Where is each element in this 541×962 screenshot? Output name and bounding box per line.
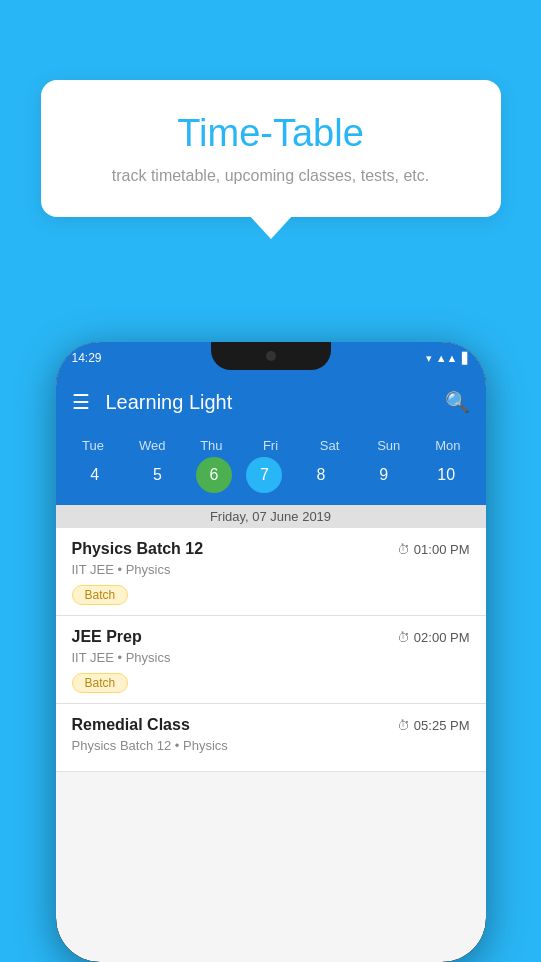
hamburger-icon[interactable]: ☰ (72, 390, 90, 414)
day-headers: Tue Wed Thu Fri Sat Sun Mon (56, 438, 486, 453)
batch-badge-1: Batch (72, 585, 129, 605)
battery-icon: ▋ (462, 352, 470, 365)
day-9[interactable]: 9 (360, 457, 408, 493)
schedule-item-3-header: Remedial Class ⏱ 05:25 PM (72, 716, 470, 734)
day-label-sun: Sun (365, 438, 413, 453)
class-name-1: Physics Batch 12 (72, 540, 204, 558)
signal-icon: ▲▲ (436, 352, 458, 364)
app-title: Learning Light (106, 391, 233, 414)
phone-frame: 14:29 ▾ ▲▲ ▋ ☰ Learning Light 🔍 Tue (56, 342, 486, 962)
calendar-strip: Tue Wed Thu Fri Sat Sun Mon 4 5 6 7 8 9 … (56, 430, 486, 505)
clock-icon-3: ⏱ (397, 718, 410, 733)
class-name-2: JEE Prep (72, 628, 142, 646)
phone-wrapper: 14:29 ▾ ▲▲ ▋ ☰ Learning Light 🔍 Tue (56, 342, 486, 962)
day-label-sat: Sat (306, 438, 354, 453)
schedule-item-2-header: JEE Prep ⏱ 02:00 PM (72, 628, 470, 646)
phone-notch (211, 342, 331, 370)
schedule-item-1-header: Physics Batch 12 ⏱ 01:00 PM (72, 540, 470, 558)
class-info-2: IIT JEE • Physics (72, 650, 470, 665)
class-time-2: ⏱ 02:00 PM (397, 630, 470, 645)
day-6-today[interactable]: 6 (196, 457, 232, 493)
phone-content: 14:29 ▾ ▲▲ ▋ ☰ Learning Light 🔍 Tue (56, 342, 486, 962)
day-numbers: 4 5 6 7 8 9 10 (56, 453, 486, 501)
schedule-list: Physics Batch 12 ⏱ 01:00 PM IIT JEE • Ph… (56, 528, 486, 772)
app-bar: ☰ Learning Light 🔍 (56, 374, 486, 430)
status-icons: ▾ ▲▲ ▋ (426, 352, 470, 365)
camera-dot (266, 351, 276, 361)
date-label-bar: Friday, 07 June 2019 (56, 505, 486, 528)
day-label-thu: Thu (187, 438, 235, 453)
top-section: Time-Table track timetable, upcoming cla… (0, 0, 541, 217)
day-5[interactable]: 5 (133, 457, 181, 493)
day-8[interactable]: 8 (297, 457, 345, 493)
tooltip-title: Time-Table (89, 112, 453, 155)
app-bar-left: ☰ Learning Light (72, 390, 233, 414)
day-4[interactable]: 4 (71, 457, 119, 493)
class-time-1: ⏱ 01:00 PM (397, 542, 470, 557)
day-10[interactable]: 10 (422, 457, 470, 493)
wifi-icon: ▾ (426, 352, 432, 365)
day-label-tue: Tue (69, 438, 117, 453)
day-label-fri: Fri (246, 438, 294, 453)
day-label-wed: Wed (128, 438, 176, 453)
day-label-mon: Mon (424, 438, 472, 453)
tooltip-subtitle: track timetable, upcoming classes, tests… (89, 167, 453, 185)
batch-badge-2: Batch (72, 673, 129, 693)
day-7-selected[interactable]: 7 (246, 457, 282, 493)
class-info-3: Physics Batch 12 • Physics (72, 738, 470, 753)
class-time-3: ⏱ 05:25 PM (397, 718, 470, 733)
search-icon[interactable]: 🔍 (445, 390, 470, 414)
schedule-item-1[interactable]: Physics Batch 12 ⏱ 01:00 PM IIT JEE • Ph… (56, 528, 486, 616)
class-info-1: IIT JEE • Physics (72, 562, 470, 577)
clock-icon-1: ⏱ (397, 542, 410, 557)
tooltip-card: Time-Table track timetable, upcoming cla… (41, 80, 501, 217)
schedule-item-3[interactable]: Remedial Class ⏱ 05:25 PM Physics Batch … (56, 704, 486, 772)
status-time: 14:29 (72, 351, 102, 365)
clock-icon-2: ⏱ (397, 630, 410, 645)
schedule-item-2[interactable]: JEE Prep ⏱ 02:00 PM IIT JEE • Physics Ba… (56, 616, 486, 704)
class-name-3: Remedial Class (72, 716, 190, 734)
